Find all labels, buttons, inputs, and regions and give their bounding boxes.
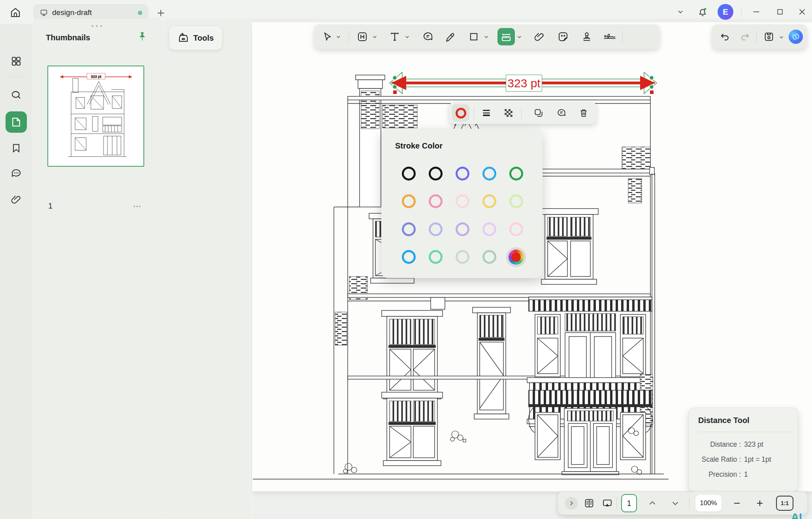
annotation-property-toolbar [449, 102, 596, 124]
comment-tool[interactable] [419, 28, 437, 45]
stamp-icon [581, 31, 593, 43]
close-window-button[interactable] [793, 4, 811, 20]
distance-label: Distance : [694, 440, 741, 449]
highlighter-tool[interactable] [441, 28, 459, 45]
stroke-color-button[interactable] [452, 104, 469, 122]
pin-icon [137, 31, 148, 42]
cursor-icon [322, 31, 333, 42]
swatch-sage[interactable] [482, 250, 496, 264]
actual-size-button[interactable]: 1:1 [776, 496, 793, 511]
swatch-blue-violet[interactable] [456, 167, 469, 181]
distance-tool-panel: Distance Tool Distance : 323 pt Scale Ra… [688, 408, 798, 492]
duplicate-button[interactable] [530, 104, 547, 122]
page-thumbnail[interactable]: 323 pt [47, 66, 144, 167]
panel-drag-handle[interactable] [92, 25, 102, 27]
square-shape-icon [468, 31, 479, 42]
sidebar-item-bookmarks[interactable] [6, 137, 27, 159]
zoom-out-button[interactable] [729, 495, 745, 511]
tools-button[interactable]: Tools [169, 26, 222, 50]
presentation-mode-button[interactable] [599, 495, 616, 511]
swatch-periwinkle[interactable] [402, 222, 416, 236]
undo-button[interactable] [716, 28, 733, 45]
page-layout-button[interactable] [581, 495, 597, 511]
sidebar-item-attachments[interactable] [6, 189, 27, 210]
copy-icon [533, 108, 544, 118]
plus-icon [156, 8, 166, 18]
text-tool-dropdown[interactable] [404, 34, 410, 40]
next-page-button[interactable] [667, 495, 684, 511]
zoom-level-display[interactable]: 100% [695, 495, 722, 511]
document-type-icon [40, 8, 48, 17]
tab-list-dropdown[interactable] [672, 4, 689, 20]
comment-button[interactable] [553, 104, 570, 122]
delete-button[interactable] [575, 104, 592, 122]
sidebar-item-comments[interactable] [6, 163, 27, 184]
swatch-custom-color-wheel[interactable] [509, 250, 524, 265]
swatch-light-periwinkle[interactable] [429, 222, 443, 236]
minimize-button[interactable] [748, 4, 765, 20]
swatch-lavender[interactable] [456, 222, 469, 236]
measure-tool-dropdown[interactable] [516, 34, 522, 40]
stroke-color-title: Stroke Color [395, 141, 443, 150]
stamp-tool[interactable] [578, 28, 595, 45]
thumbnail-more-button[interactable]: … [133, 199, 142, 209]
sidebar-item-search[interactable] [6, 85, 27, 106]
swatch-pink[interactable] [429, 194, 443, 208]
swatch-pale-gold[interactable] [482, 194, 496, 208]
page-number-input[interactable]: 1 [621, 494, 637, 512]
swatch-pale-violet[interactable] [482, 222, 496, 236]
swatch-pale-lime[interactable] [509, 194, 523, 208]
undo-icon [719, 31, 730, 42]
notifications-button[interactable] [694, 4, 711, 20]
select-tool[interactable] [319, 28, 336, 45]
sidebar-item-thumbnails[interactable] [6, 111, 27, 133]
save-button[interactable] [760, 28, 778, 45]
swatch-pale-sage[interactable] [456, 250, 469, 264]
marker-icon [444, 31, 456, 43]
swatch-black[interactable] [402, 167, 416, 181]
line-thickness-button[interactable] [478, 104, 495, 122]
signature-tool[interactable] [601, 28, 618, 45]
ai-assistant-button[interactable] [789, 30, 803, 44]
heading-tool[interactable] [354, 28, 371, 45]
zoom-in-button[interactable] [752, 495, 768, 511]
pin-panel-button[interactable] [137, 31, 148, 42]
home-button[interactable] [6, 5, 24, 21]
measure-ruler-icon [500, 31, 512, 43]
new-tab-button[interactable] [154, 6, 168, 20]
previous-page-button[interactable] [644, 495, 661, 511]
chevron-down-icon [335, 34, 341, 40]
chevron-down-icon [372, 34, 378, 40]
maximize-button[interactable] [771, 4, 789, 20]
user-avatar[interactable]: E [718, 4, 733, 20]
select-tool-dropdown[interactable] [335, 34, 341, 40]
swatch-mint[interactable] [429, 250, 443, 264]
sidebar-item-reader-mode[interactable] [6, 515, 27, 519]
toolbar-divider [521, 107, 522, 119]
swatch-sky-blue[interactable] [482, 167, 496, 181]
text-tool[interactable] [386, 28, 403, 45]
sticker-tool[interactable] [554, 28, 572, 45]
scale-ratio-label: Scale Ratio : [694, 455, 741, 464]
swatch-black-2[interactable] [429, 167, 443, 181]
swatch-pale-pink[interactable] [456, 194, 469, 208]
measure-tool-active[interactable] [497, 28, 515, 45]
swatch-blush[interactable] [509, 222, 523, 236]
measurement-label[interactable]: 323 pt [506, 75, 542, 92]
shape-tool-dropdown[interactable] [483, 34, 489, 40]
collapse-bar-button[interactable] [565, 497, 578, 510]
precision-value: 1 [744, 470, 793, 479]
bookmark-icon [11, 143, 22, 154]
redo-button[interactable] [737, 28, 754, 45]
sidebar-item-apps-grid[interactable] [6, 51, 27, 72]
swatch-cyan[interactable] [402, 250, 416, 264]
shape-tool[interactable] [465, 28, 482, 45]
swatch-green[interactable] [509, 167, 523, 181]
swatch-amber[interactable] [402, 194, 416, 208]
attach-tool[interactable] [531, 28, 548, 45]
opacity-button[interactable] [500, 104, 517, 122]
save-options-dropdown[interactable] [778, 34, 784, 40]
stroke-color-popup: Stroke Color [381, 129, 543, 278]
thumbnail-page-number: 1 [48, 201, 53, 211]
heading-tool-dropdown[interactable] [372, 34, 378, 40]
